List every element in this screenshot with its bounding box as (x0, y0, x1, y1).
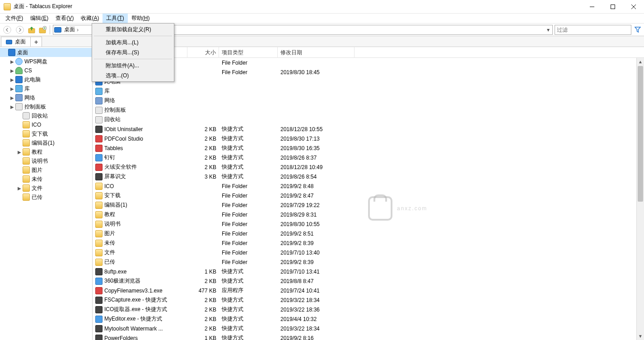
list-item[interactable]: PowerFolders1 KB快捷方式2019/9/2 8:16 (93, 333, 644, 340)
tree-item[interactable]: ▶回收站 (0, 111, 92, 120)
list-item[interactable]: Tabbles2 KB快捷方式2019/8/30 16:35 (93, 143, 644, 153)
list-item[interactable]: 钉钉2 KB快捷方式2019/8/26 8:37 (93, 153, 644, 162)
menu-item[interactable]: 加载布局...(L) (93, 38, 173, 47)
chevron-right-icon[interactable]: ▶ (16, 185, 23, 191)
list-item[interactable]: 8uftp.exe1 KB快捷方式2019/7/10 13:41 (93, 267, 644, 276)
list-item[interactable]: ICOFile Folder2019/9/2 8:48 (93, 181, 644, 191)
maximize-button[interactable] (602, 0, 623, 14)
list-item[interactable]: 火绒安全软件2 KB快捷方式2018/12/28 10:49 (93, 162, 644, 172)
tree-item[interactable]: ▶网络 (0, 93, 92, 102)
list-item[interactable]: 此电脑 (93, 77, 644, 86)
menu-f[interactable]: 文件(F) (2, 14, 27, 23)
menu-h[interactable]: 帮助(H) (128, 14, 154, 23)
chevron-right-icon[interactable]: ▶ (9, 94, 15, 101)
forward-button[interactable] (14, 24, 25, 35)
tree-item[interactable]: ▶安下载 (0, 129, 92, 138)
chevron-right-icon: ▶ (16, 167, 23, 173)
scroll-up-icon[interactable]: ▲ (637, 58, 644, 66)
list-item[interactable]: File Folder (93, 58, 644, 67)
menu-a[interactable]: 收藏(A) (77, 14, 103, 23)
column-date[interactable]: 修改日期 (278, 47, 355, 58)
panel-icon (95, 107, 103, 114)
folder-icon (23, 157, 30, 165)
list-item[interactable]: PDFCool Studio2 KB快捷方式2019/8/30 17:13 (93, 134, 644, 143)
close-button[interactable] (623, 0, 644, 14)
list-item[interactable]: ICO提取器.exe - 快捷方式2 KB快捷方式2019/3/22 18:36 (93, 305, 644, 314)
tree-item[interactable]: ▶库 (0, 84, 92, 93)
list-item[interactable]: 说明书File Folder2019/8/30 10:55 (93, 219, 644, 229)
minimize-button[interactable] (582, 0, 602, 14)
tools-menu-dropdown: 重新加载自定义(R)加载布局...(L)保存布局...(S)附加组件(A)...… (92, 23, 174, 82)
menu-e[interactable]: 编辑(E) (27, 14, 52, 23)
list-item[interactable]: 控制面板 (93, 105, 644, 115)
new-tab-button[interactable]: + (30, 37, 42, 47)
tree-item[interactable]: ▶图片 (0, 165, 92, 175)
list-item[interactable]: 360极速浏览器2 KB快捷方式2019/8/8 8:47 (93, 276, 644, 286)
chevron-right-icon[interactable]: ▶ (9, 104, 15, 110)
tree-item[interactable]: ▶未传 (0, 175, 92, 184)
chevron-right-icon[interactable]: ▶ (9, 58, 15, 65)
tree-item[interactable]: ▶编辑器(1) (0, 138, 92, 147)
scroll-thumb[interactable] (638, 66, 643, 202)
item-type: 快捷方式 (219, 163, 278, 171)
chevron-right-icon[interactable]: ▶ (16, 149, 23, 155)
list-item[interactable]: IObit Uninstaller2 KB快捷方式2018/12/28 10:5… (93, 124, 644, 134)
item-type: File Folder (219, 69, 278, 76)
tree-item[interactable]: ▶此电脑 (0, 75, 92, 84)
filter-button[interactable] (633, 25, 642, 34)
list-item[interactable]: CopyFilenamesv3.1.exe477 KB应用程序2019/7/24… (93, 286, 644, 295)
tree-item[interactable]: ▶说明书 (0, 156, 92, 165)
column-type[interactable]: 项目类型 (219, 47, 278, 58)
tree-item[interactable]: ▶WPS网盘 (0, 57, 92, 66)
list-item[interactable]: 回收站 (93, 115, 644, 124)
list-item[interactable]: FSCapture.exe - 快捷方式2 KB快捷方式2019/3/22 18… (93, 295, 644, 305)
menu-item[interactable]: 选项...(O) (93, 71, 173, 80)
list-item[interactable]: 屏幕识文3 KB快捷方式2019/8/26 8:54 (93, 172, 644, 181)
filter-input[interactable] (555, 25, 631, 35)
tab-desktop[interactable]: 桌面 (1, 37, 31, 47)
tree-item[interactable]: ▶控制面板 (0, 102, 92, 111)
item-type: 快捷方式 (219, 306, 278, 313)
item-type: File Folder (219, 250, 278, 256)
item-type: File Folder (219, 221, 278, 227)
list-item[interactable]: 已传File Folder2019/9/2 8:39 (93, 257, 644, 267)
menu-t[interactable]: 工具(T) (103, 14, 127, 23)
up-button[interactable] (27, 25, 36, 34)
menu-item[interactable]: 附加组件(A)... (93, 61, 173, 71)
list-item[interactable]: File Folder2019/8/30 18:45 (93, 67, 644, 77)
tree-item[interactable]: ▶桌面 (0, 48, 92, 57)
list-item[interactable]: 网络 (93, 96, 644, 105)
item-date: 2019/8/30 16:35 (278, 145, 355, 151)
chevron-right-icon[interactable]: ▶ (9, 67, 15, 74)
address-dropdown[interactable]: ▾ (545, 27, 551, 33)
chevron-right-icon[interactable]: ▶ (9, 76, 15, 83)
scroll-down-icon[interactable]: ▼ (637, 332, 644, 340)
svg-point-5 (16, 26, 24, 33)
menu-v[interactable]: 查看(V) (52, 14, 77, 23)
tree-item[interactable]: ▶CS (0, 66, 92, 75)
breadcrumb[interactable]: 桌面 (63, 26, 76, 33)
tree-item[interactable]: ▶文件 (0, 184, 92, 193)
list-item[interactable]: 编辑器(1)File Folder2019/7/29 19:22 (93, 200, 644, 210)
folder-icon (23, 184, 30, 192)
column-size[interactable]: 大小 (187, 47, 219, 58)
new-folder-button[interactable] (38, 25, 47, 34)
menu-item[interactable]: 重新加载自定义(R) (93, 24, 173, 34)
tree-item[interactable]: ▶已传 (0, 193, 92, 202)
list-item[interactable]: 教程File Folder2019/8/29 8:31 (93, 210, 644, 219)
chevron-right-icon: ▶ (16, 158, 23, 164)
list-item[interactable]: 安下载File Folder2019/9/2 8:47 (93, 191, 644, 200)
list-item[interactable]: MyEditor.exe - 快捷方式2 KB快捷方式2019/4/4 10:3… (93, 314, 644, 324)
tree-item[interactable]: ▶教程 (0, 147, 92, 156)
tree-item[interactable]: ▶ICO (0, 120, 92, 129)
chevron-right-icon[interactable]: ▶ (9, 85, 15, 92)
list-item[interactable]: 库 (93, 86, 644, 96)
list-item[interactable]: 图片File Folder2019/9/2 8:51 (93, 229, 644, 238)
list-item[interactable]: 文件File Folder2019/7/10 13:40 (93, 248, 644, 257)
list-item[interactable]: Mytoolsoft Watermark ...2 KB快捷方式2019/3/2… (93, 324, 644, 333)
back-button[interactable] (2, 24, 13, 35)
vertical-scrollbar[interactable]: ▲ ▼ (636, 58, 644, 340)
list-item[interactable]: 未传File Folder2019/9/2 8:39 (93, 238, 644, 248)
menu-item[interactable]: 保存布局...(S) (93, 47, 173, 57)
menu-separator (94, 36, 172, 36)
